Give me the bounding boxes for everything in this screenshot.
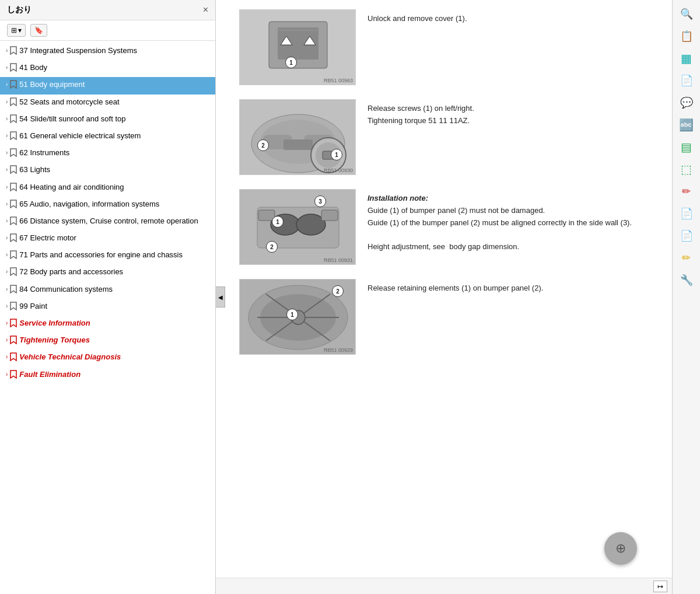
sidebar-item-label-64: 64 Heating and air conditioning xyxy=(19,182,211,193)
sidebar-item-label-71: 71 Parts and accessories for engine and … xyxy=(19,250,211,260)
expand-right-button[interactable]: ↦ xyxy=(653,581,667,592)
chat-icon: 💬 xyxy=(680,96,693,109)
sidebar-close-button[interactable]: × xyxy=(203,5,208,15)
doc-image-3: 3 1 2 RB51 00931 xyxy=(239,189,356,265)
bookmark-view-button[interactable]: 🔖 xyxy=(30,24,47,37)
doc-orange-icon: 📄 xyxy=(680,229,693,242)
sidebar-tree: ›37 Integrated Suspension Systems›41 Bod… xyxy=(0,41,215,594)
wrench-button[interactable]: 🔧 xyxy=(676,271,697,289)
doc-entry-4: 2 1 RB51 00929 Release retaining element… xyxy=(239,279,649,355)
chevron-icon-99: › xyxy=(6,302,8,310)
bookmark-icon-tt xyxy=(10,336,17,347)
entry-3-note: Installation note: xyxy=(368,194,428,202)
chevron-icon-62: › xyxy=(6,149,8,157)
doc-text-2: Release screws (1) on left/right.Tighten… xyxy=(368,99,649,127)
annotate-red-icon: ✏ xyxy=(682,185,691,198)
image-id-label-3: RB51 00931 xyxy=(324,257,353,263)
bookmark-icon-61 xyxy=(10,131,17,143)
sidebar-item-label-65: 65 Audio, navigation, information system… xyxy=(19,199,211,209)
doc-entry-1: 1 RB51 00963 Unlock and remove cover (1)… xyxy=(239,9,649,85)
sidebar-item-64[interactable]: ›64 Heating and air conditioning xyxy=(0,180,215,197)
sidebar-item-41[interactable]: ›41 Body xyxy=(0,60,215,77)
sidebar-item-54[interactable]: ›54 Slide/tilt sunroof and soft top xyxy=(0,111,215,128)
columns-icon: ▤ xyxy=(681,140,692,154)
bookmark-icon-41 xyxy=(10,63,17,75)
entry-3-text: Guide (1) of bumper panel (2) must not b… xyxy=(368,206,632,251)
sidebar-item-63[interactable]: ›63 Lights xyxy=(0,162,215,179)
chevron-icon-61: › xyxy=(6,132,8,140)
sidebar-item-66[interactable]: ›66 Distance system, Cruise control, rem… xyxy=(0,214,215,230)
compare-button[interactable]: ⬚ xyxy=(676,160,697,179)
float-action-button[interactable]: ⊕ xyxy=(604,532,637,565)
sidebar-item-67[interactable]: ›67 Electric motor xyxy=(0,230,215,247)
image-svg-3 xyxy=(240,190,356,265)
number-label-3b: 1 xyxy=(272,216,284,228)
sidebar-item-label-52: 52 Seats and motorcycle seat xyxy=(19,97,211,107)
bookmark-icon-vtd xyxy=(10,352,17,364)
chevron-icon-84: › xyxy=(6,285,8,293)
sidebar-item-label-63: 63 Lights xyxy=(19,165,211,175)
sidebar-item-label-vtd: Vehicle Technical Diagnosis xyxy=(19,352,211,362)
sidebar-item-label-si: Service Information xyxy=(19,318,211,329)
sidebar-item-72[interactable]: ›72 Body parts and accessories xyxy=(0,264,215,281)
doc-text-1: Unlock and remove cover (1). xyxy=(368,9,649,25)
sidebar-item-37[interactable]: ›37 Integrated Suspension Systems xyxy=(0,43,215,60)
doc-orange-button[interactable]: 📄 xyxy=(676,226,697,245)
sidebar-item-62[interactable]: ›62 Instruments xyxy=(0,145,215,162)
number-label-2: 2 xyxy=(257,139,269,151)
sidebar-item-52[interactable]: ›52 Seats and motorcycle seat xyxy=(0,95,215,111)
zoom-button[interactable]: 🔍 xyxy=(676,5,697,23)
columns-button[interactable]: ▤ xyxy=(676,138,697,156)
sidebar-item-84[interactable]: ›84 Communication systems xyxy=(0,282,215,299)
list-view-button[interactable]: ⊞ ▾ xyxy=(7,24,26,37)
doc-entry-2: 2 1 RB51 00930 Release screws (1) on lef… xyxy=(239,99,649,175)
right-toolbar: 🔍 📋 ▦ 📄 💬 🔤 ▤ ⬚ ✏ 📄 📄 ✏ 🔧 xyxy=(672,0,700,594)
sidebar-item-51[interactable]: ›51 Body equipment xyxy=(0,77,215,94)
number-label-4a: 1 xyxy=(286,309,298,320)
doc-image-2: 2 1 RB51 00930 xyxy=(239,99,356,175)
wrench-icon: 🔧 xyxy=(680,274,693,286)
doc-blue-button[interactable]: 📄 xyxy=(676,204,697,223)
sidebar-collapse-button[interactable]: ◀ xyxy=(216,286,225,308)
bottom-bar: ↦ xyxy=(216,578,672,594)
sidebar-item-vtd[interactable]: ›Vehicle Technical Diagnosis xyxy=(0,350,215,366)
translate-button[interactable]: 🔤 xyxy=(676,116,697,134)
image-id-label-2: RB51 00930 xyxy=(324,167,353,173)
grid-button[interactable]: ▦ xyxy=(676,49,697,68)
sidebar-item-tt[interactable]: ›Tightening Torques xyxy=(0,333,215,350)
chevron-icon-37: › xyxy=(6,47,8,55)
doc-text-4: Release retaining elements (1) on bumper… xyxy=(368,279,649,295)
bookmark-icon-52 xyxy=(10,97,17,109)
sidebar-item-label-99: 99 Paint xyxy=(19,301,211,312)
bookmark-icon-84 xyxy=(10,285,17,296)
doc-plus-button[interactable]: 📄 xyxy=(676,71,697,90)
doc-red-button[interactable]: 📋 xyxy=(676,27,697,46)
chevron-icon-67: › xyxy=(6,234,8,242)
svg-rect-11 xyxy=(284,139,313,150)
sidebar-item-label-fe: Fault Elimination xyxy=(19,369,211,380)
bookmark-icon-71 xyxy=(10,250,17,262)
sidebar-item-fe[interactable]: ›Fault Elimination xyxy=(0,367,215,384)
number-label-3c: 2 xyxy=(266,241,278,253)
bookmark-icon-72 xyxy=(10,267,17,279)
bookmark-icon-54 xyxy=(10,114,17,126)
entry-4-text: Release retaining elements (1) on bumper… xyxy=(368,284,543,292)
content-area[interactable]: 1 RB51 00963 Unlock and remove cover (1)… xyxy=(216,0,672,578)
doc-text-3: Installation note: Guide (1) of bumper p… xyxy=(368,189,649,253)
sidebar-item-label-51: 51 Body equipment xyxy=(19,79,211,90)
sidebar-item-label-66: 66 Distance system, Cruise control, remo… xyxy=(19,216,211,226)
sidebar-item-71[interactable]: ›71 Parts and accessories for engine and… xyxy=(0,247,215,264)
annotate-yellow-button[interactable]: ✏ xyxy=(676,249,697,267)
sidebar-toolbar: ⊞ ▾ 🔖 xyxy=(0,20,215,41)
annotate-red-button[interactable]: ✏ xyxy=(676,182,697,201)
sidebar-item-61[interactable]: ›61 General vehicle electrical system xyxy=(0,128,215,145)
sidebar-item-99[interactable]: ›99 Paint xyxy=(0,299,215,316)
chevron-icon-si: › xyxy=(6,319,8,327)
sidebar-item-65[interactable]: ›65 Audio, navigation, information syste… xyxy=(0,197,215,214)
sidebar-item-label-67: 67 Electric motor xyxy=(19,233,211,243)
chevron-icon-71: › xyxy=(6,251,8,259)
sidebar-title: しおり xyxy=(7,5,32,15)
chat-button[interactable]: 💬 xyxy=(676,93,697,112)
sidebar-item-label-41: 41 Body xyxy=(19,62,211,73)
sidebar-item-si[interactable]: ›Service Information xyxy=(0,316,215,333)
